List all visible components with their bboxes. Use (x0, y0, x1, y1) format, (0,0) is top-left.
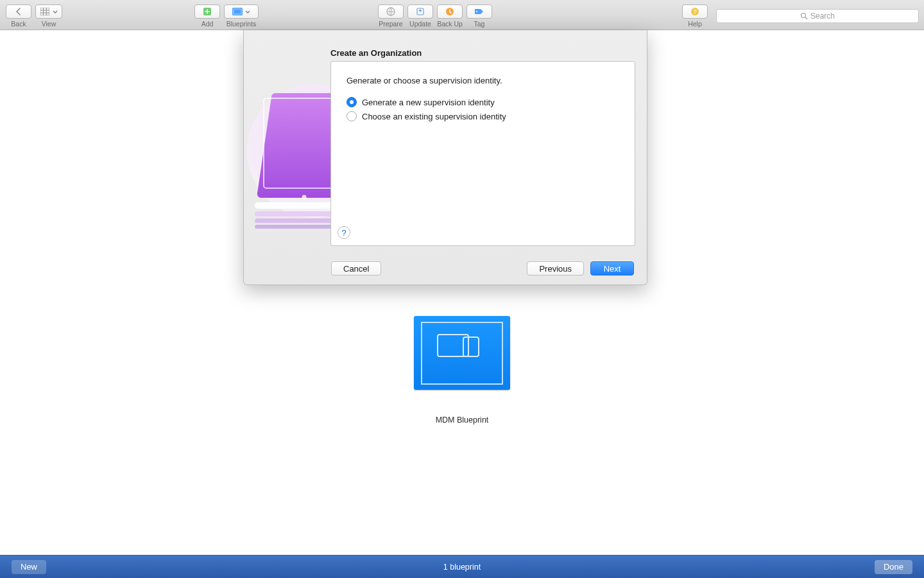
update-label: Update (409, 20, 431, 28)
svg-rect-19 (463, 337, 479, 356)
next-label: Next (604, 264, 621, 274)
tag-label: Tag (474, 20, 485, 28)
blueprints-group: Blueprints (223, 4, 259, 28)
search-wrap: ? Help Search (681, 4, 919, 28)
blueprint-name: MDM Blueprint (414, 416, 510, 425)
update-icon (415, 6, 425, 17)
blueprint-icon (232, 6, 243, 17)
blueprints-label: Blueprints (227, 20, 257, 28)
prepare-label: Prepare (379, 20, 402, 28)
sheet-create-organization: Create an Organization (243, 30, 647, 285)
plus-icon (202, 6, 212, 17)
radio-indicator-selected (346, 97, 357, 107)
svg-rect-0 (40, 8, 49, 15)
help-label: Help (688, 20, 702, 28)
add-label: Add (201, 20, 214, 28)
chevron-down-icon (53, 7, 58, 16)
back-button[interactable] (6, 4, 31, 19)
tag-button[interactable] (466, 4, 492, 19)
blueprint-icon (414, 316, 510, 390)
grid-icon (40, 6, 50, 17)
back-group: Back (5, 4, 32, 28)
add-group: Add (194, 4, 221, 28)
tag-icon (474, 6, 484, 17)
svg-line-17 (805, 17, 807, 19)
help-icon: ? (690, 6, 700, 17)
toolbar: Back View Add (0, 0, 924, 30)
question-mark-icon: ? (341, 228, 346, 238)
cancel-button[interactable]: Cancel (331, 261, 381, 276)
search-icon (800, 12, 808, 20)
new-label: New (21, 562, 37, 572)
sheet-instruction: Generate or choose a supervision identit… (346, 76, 619, 85)
bottom-bar: New 1 blueprint Done (0, 555, 924, 578)
chevron-left-icon (13, 6, 24, 17)
prepare-button[interactable] (378, 4, 404, 19)
help-button[interactable]: ? (682, 4, 708, 19)
backup-icon (445, 6, 455, 17)
radio-choose-label: Choose an existing supervision identity (362, 112, 506, 121)
svg-point-22 (302, 195, 307, 200)
center-group: Prepare Update Back Up (377, 4, 495, 28)
done-label: Done (884, 562, 903, 572)
add-button[interactable] (194, 4, 220, 19)
view-group: View (35, 4, 63, 28)
sheet-help-button[interactable]: ? (338, 226, 350, 239)
svg-text:?: ? (693, 8, 696, 15)
radio-indicator-unselected (346, 111, 357, 121)
view-label: View (42, 20, 56, 28)
backup-button[interactable] (437, 4, 463, 19)
status-text: 1 blueprint (443, 563, 481, 572)
radio-generate[interactable]: Generate a new supervision identity (346, 97, 619, 107)
cancel-label: Cancel (343, 264, 369, 274)
radio-generate-label: Generate a new supervision identity (362, 98, 495, 107)
update-button[interactable] (407, 4, 433, 19)
view-button[interactable] (35, 4, 62, 19)
search-input[interactable]: Search (716, 9, 919, 23)
chevron-down-icon (245, 7, 250, 16)
new-button[interactable]: New (12, 560, 46, 574)
backup-label: Back Up (437, 20, 463, 28)
sheet-panel: Generate or choose a supervision identit… (330, 61, 635, 246)
svg-point-16 (801, 13, 805, 18)
blueprint-item[interactable]: MDM Blueprint (414, 316, 510, 425)
globe-icon (386, 6, 396, 17)
search-placeholder: Search (810, 12, 835, 21)
radio-choose[interactable]: Choose an existing supervision identity (346, 111, 619, 121)
blueprints-button[interactable] (224, 4, 259, 19)
svg-point-13 (476, 11, 477, 12)
sheet-buttons: Cancel Previous Next (244, 261, 647, 276)
previous-button[interactable]: Previous (527, 261, 584, 276)
sheet-title: Create an Organization (330, 48, 422, 58)
back-label: Back (11, 20, 26, 28)
done-button[interactable]: Done (875, 560, 912, 574)
previous-label: Previous (539, 264, 572, 274)
next-button[interactable]: Next (590, 261, 634, 276)
